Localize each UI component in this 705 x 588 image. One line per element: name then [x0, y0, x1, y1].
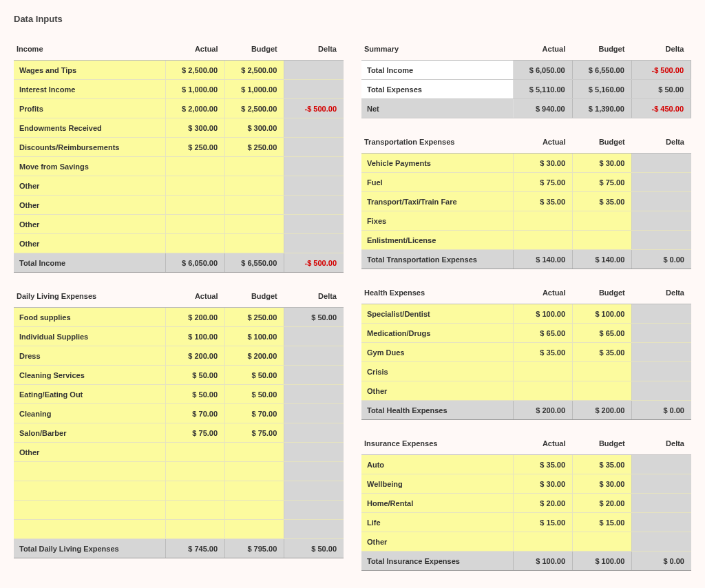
section-title: Income	[14, 41, 165, 61]
cell	[632, 474, 691, 494]
table-row: Medication/Drugs$ 65.00$ 65.00	[361, 324, 691, 343]
cell: Food supplies	[14, 308, 165, 327]
cell: $ 6,550.00	[225, 253, 284, 273]
table-row: Cleaning Services$ 50.00$ 50.00	[14, 366, 344, 385]
cell: Total Expenses	[361, 80, 513, 99]
cell	[284, 138, 344, 157]
cell	[632, 494, 691, 513]
table-row: Transport/Taxi/Train Fare$ 35.00$ 35.00	[361, 192, 691, 211]
cell: Total Income	[361, 61, 513, 80]
cell	[165, 462, 224, 481]
table-row	[14, 501, 344, 520]
cell: $ 200.00	[165, 346, 224, 366]
table-row: Fuel$ 75.00$ 75.00	[361, 173, 691, 192]
cell: $ 35.00	[573, 455, 632, 474]
table-row: Vehicle Payments$ 30.00$ 30.00	[361, 154, 691, 173]
total-row: Total Health Expenses$ 200.00$ 200.00$ 0…	[361, 401, 691, 420]
cell: $ 30.00	[573, 474, 632, 494]
cell: Vehicle Payments	[361, 154, 513, 173]
cell: $ 6,050.00	[513, 61, 572, 80]
cell: $ 6,550.00	[572, 61, 631, 80]
cell: $ 65.00	[573, 324, 632, 343]
table-row: Auto$ 35.00$ 35.00	[361, 455, 691, 474]
cell	[284, 157, 344, 176]
cell	[165, 176, 224, 196]
cell: $ 70.00	[225, 404, 284, 423]
cell	[165, 215, 224, 234]
summary-table-slot: SummaryActualBudgetDeltaTotal Income$ 6,…	[361, 41, 691, 118]
cell	[284, 481, 344, 501]
table-row: Other	[14, 176, 344, 196]
health-table: Health ExpensesActualBudgetDeltaSpeciali…	[361, 284, 691, 420]
cell: $ 35.00	[573, 192, 632, 211]
right-column: SummaryActualBudgetDeltaTotal Income$ 6,…	[361, 41, 691, 586]
health-table-slot: Health ExpensesActualBudgetDeltaSpeciali…	[361, 284, 691, 420]
cell	[513, 231, 572, 250]
cell	[14, 501, 165, 520]
table-row: Endowments Received$ 300.00$ 300.00	[14, 118, 344, 138]
cell: $ 0.00	[632, 401, 691, 420]
cell: $ 745.00	[165, 539, 224, 558]
cell	[632, 455, 691, 474]
cell	[165, 501, 224, 520]
table-row: Fixes	[361, 211, 691, 231]
cell: $ 1,390.00	[572, 99, 631, 118]
table-row: Cleaning$ 70.00$ 70.00	[14, 404, 344, 423]
total-row: Total Income$ 6,050.00$ 6,550.00-$ 500.0…	[14, 253, 344, 273]
cell: $ 200.00	[573, 401, 632, 420]
cell	[225, 157, 284, 176]
cell: $ 300.00	[225, 118, 284, 138]
cell	[632, 304, 691, 324]
column-header-actual: Actual	[165, 288, 224, 308]
table-row: Salon/Barber$ 75.00$ 75.00	[14, 423, 344, 443]
cell	[573, 532, 632, 552]
cell: Total Transportation Expenses	[361, 250, 513, 269]
cell: $ 35.00	[513, 192, 572, 211]
cell	[284, 215, 344, 234]
cell: $ 50.00	[225, 385, 284, 404]
cell	[632, 324, 691, 343]
total-row: Total Insurance Expenses$ 100.00$ 100.00…	[361, 552, 691, 571]
cell: $ 200.00	[165, 308, 224, 327]
cell	[573, 211, 632, 231]
cell	[632, 231, 691, 250]
cell: Wellbeing	[361, 474, 513, 494]
table-row: Wellbeing$ 30.00$ 30.00	[361, 474, 691, 494]
cell: $ 0.00	[632, 250, 691, 269]
cell: $ 1,000.00	[225, 80, 284, 99]
columns-wrapper: IncomeActualBudgetDeltaWages and Tips$ 2…	[14, 41, 691, 586]
cell: Total Income	[14, 253, 165, 273]
cell	[165, 443, 224, 462]
cell	[165, 481, 224, 501]
table-row: Other	[361, 532, 691, 552]
table-row: Gym Dues$ 35.00$ 35.00	[361, 343, 691, 362]
cell: -$ 500.00	[284, 253, 344, 273]
cell: $ 65.00	[513, 324, 572, 343]
cell: $ 50.00	[284, 308, 344, 327]
table-row: Food supplies$ 200.00$ 250.00$ 50.00	[14, 308, 344, 327]
summary-table: SummaryActualBudgetDeltaTotal Income$ 6,…	[361, 41, 691, 118]
table-row: Individual Supplies$ 100.00$ 100.00	[14, 327, 344, 346]
column-header-budget: Budget	[572, 41, 631, 61]
cell	[284, 423, 344, 443]
table-row: Home/Rental$ 20.00$ 20.00	[361, 494, 691, 513]
daily-table: Daily Living ExpensesActualBudgetDeltaFo…	[14, 288, 344, 558]
cell	[284, 520, 344, 539]
column-header-budget: Budget	[225, 288, 284, 308]
section-title: Insurance Expenses	[361, 435, 513, 455]
cell: Cleaning	[14, 404, 165, 423]
cell: Discounts/Reimbursements	[14, 138, 165, 157]
cell: Transport/Taxi/Train Fare	[361, 192, 513, 211]
cell: $ 75.00	[513, 173, 572, 192]
cell	[632, 192, 691, 211]
table-row: Eating/Eating Out$ 50.00$ 50.00	[14, 385, 344, 404]
cell: $ 250.00	[225, 138, 284, 157]
cell: Eating/Eating Out	[14, 385, 165, 404]
cell: $ 100.00	[165, 327, 224, 346]
cell	[284, 80, 344, 99]
cell	[632, 362, 691, 381]
cell: $ 30.00	[513, 474, 572, 494]
cell	[14, 481, 165, 501]
cell: $ 15.00	[573, 513, 632, 532]
cell	[225, 501, 284, 520]
